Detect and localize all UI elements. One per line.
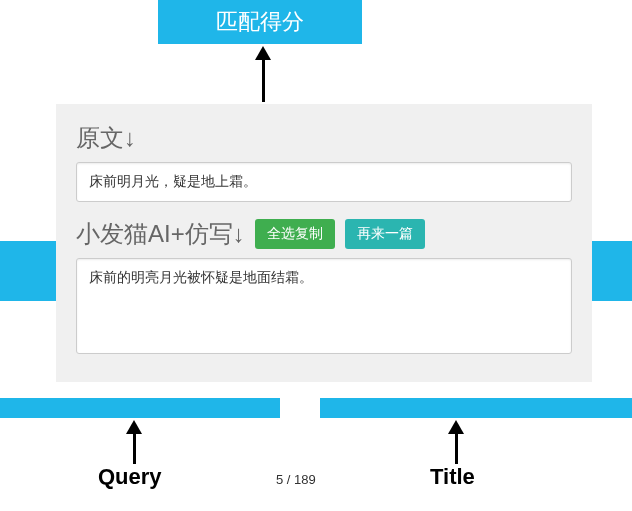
original-textbox[interactable]: 床前明月光，疑是地上霜。 (76, 162, 572, 202)
arrow-down-left-icon (126, 420, 142, 464)
select-copy-button[interactable]: 全选复制 (255, 219, 335, 249)
main-panel: 原文↓ 床前明月光，疑是地上霜。 小发猫AI+仿写↓ 全选复制 再来一篇 床前的… (56, 104, 592, 382)
arrow-up-icon (255, 46, 271, 102)
page-number: 5 / 189 (276, 472, 316, 487)
original-label: 原文↓ (76, 122, 572, 154)
rewrite-label: 小发猫AI+仿写↓ (76, 218, 245, 250)
title-label: Title (430, 464, 475, 490)
arrow-down-right-icon (448, 420, 464, 464)
bg-tab-right (592, 241, 632, 301)
rewrite-textbox[interactable]: 床前的明亮月光被怀疑是地面结霜。 (76, 258, 572, 354)
bottom-bar-left (0, 398, 280, 418)
regen-button[interactable]: 再来一篇 (345, 219, 425, 249)
rewrite-label-row: 小发猫AI+仿写↓ 全选复制 再来一篇 (76, 218, 572, 250)
bg-tab-left (0, 241, 56, 301)
query-label: Query (98, 464, 162, 490)
bottom-bar-right (320, 398, 632, 418)
score-box: 匹配得分 (158, 0, 362, 44)
